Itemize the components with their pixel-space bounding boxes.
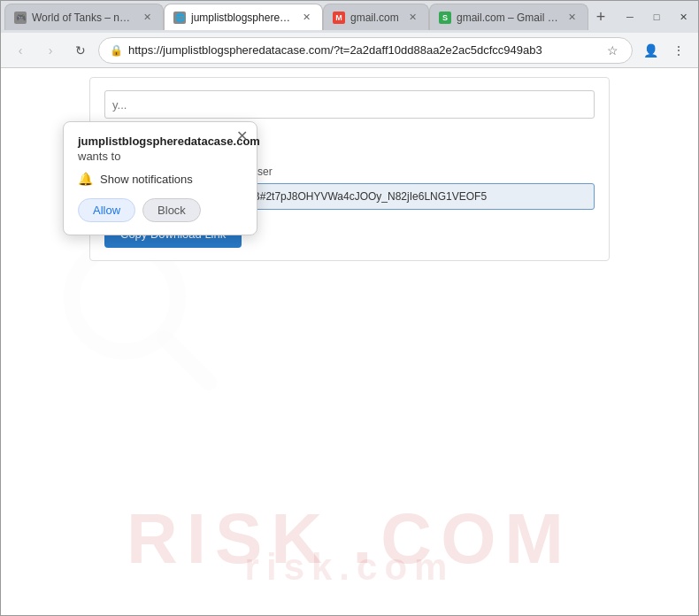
tab-gmail-resources[interactable]: S gmail.com – Gmail Resour... ✕ (429, 4, 588, 30)
tab3-favicon: M (333, 12, 345, 24)
profile-button[interactable]: 👤 (638, 38, 663, 63)
tab-gmail[interactable]: M gmail.com ✕ (323, 4, 429, 30)
nav-right-icons: 👤 ⋮ (638, 38, 691, 63)
popup-permission-text: Show notifications (100, 173, 193, 186)
search-input[interactable] (104, 90, 595, 119)
tab2-close-button[interactable]: ✕ (299, 11, 313, 25)
popup-wants-label: wants to (78, 150, 242, 163)
tab-world-of-tanks[interactable]: 🎮 World of Tanks – nemokan... ✕ (4, 4, 164, 30)
address-text: https://jumplistblogspheredatacase.com/?… (128, 43, 598, 57)
popup-permission-row: 🔔 Show notifications (78, 172, 242, 186)
navigation-bar: ‹ › ↻ 🔒 https://jumplistblogspheredataca… (1, 33, 698, 68)
tab3-close-button[interactable]: ✕ (405, 11, 419, 25)
back-button[interactable]: ‹ (8, 38, 33, 63)
tab4-favicon: S (439, 12, 451, 24)
notification-popup: ✕ jumplistblogspheredatacase.com wants t… (63, 121, 257, 235)
tab1-favicon: 🎮 (14, 12, 27, 24)
tab1-title: World of Tanks – nemokan... (32, 12, 134, 24)
bell-icon: 🔔 (78, 172, 93, 186)
browser-window: 🎮 World of Tanks – nemokan... ✕ 🌐 jumpli… (0, 0, 699, 616)
address-bar[interactable]: 🔒 https://jumplistblogspheredatacase.com… (98, 37, 633, 64)
popup-buttons: Allow Block (78, 198, 242, 222)
refresh-button[interactable]: ↻ (68, 38, 93, 63)
block-button[interactable]: Block (142, 198, 201, 222)
forward-button[interactable]: › (38, 38, 63, 63)
allow-button[interactable]: Allow (78, 198, 135, 222)
maximize-button[interactable]: □ (645, 8, 668, 26)
new-tab-button[interactable]: + (588, 4, 613, 29)
tab2-favicon: 🌐 (173, 12, 186, 24)
tab1-close-button[interactable]: ✕ (140, 11, 154, 25)
tabs-and-controls: 🎮 World of Tanks – nemokan... ✕ 🌐 jumpli… (1, 1, 698, 33)
watermark-bottom: risk.com (245, 546, 455, 589)
tab-jumplist[interactable]: 🌐 jumplistblogspheredatacase... ✕ (164, 4, 323, 30)
more-options-button[interactable]: ⋮ (666, 38, 691, 63)
tab4-close-button[interactable]: ✕ (565, 11, 579, 25)
svg-line-1 (165, 338, 209, 382)
tab4-title: gmail.com – Gmail Resour... (457, 12, 559, 24)
webpage-content: RISK .COM s: 2025 Copy and paste the URL… (1, 68, 698, 615)
close-button[interactable]: ✕ (672, 8, 695, 26)
tab2-title: jumplistblogspheredatacase... (191, 12, 294, 24)
window-controls: ─ □ ✕ (618, 8, 695, 26)
bookmark-icon[interactable]: ☆ (603, 42, 621, 59)
tab3-title: gmail.com (350, 12, 400, 24)
popup-close-button[interactable]: ✕ (236, 129, 248, 143)
popup-site-name: jumplistblogspheredatacase.com (78, 135, 242, 148)
minimize-button[interactable]: ─ (618, 8, 641, 26)
lock-icon: 🔒 (110, 44, 123, 57)
address-right-icons: ☆ (603, 42, 621, 59)
